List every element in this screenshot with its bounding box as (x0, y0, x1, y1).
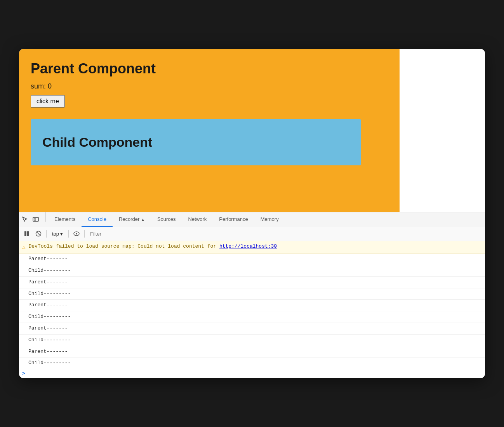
viewport: Parent Component sum: 0 click me Child C… (19, 49, 485, 212)
devtools-tab-bar: Elements Console Recorder ▲ Sources Netw… (19, 212, 485, 227)
log-line-1: Child--------- (19, 265, 485, 277)
log-line-5: Child--------- (19, 311, 485, 323)
chevron-down-icon: ▾ (60, 231, 63, 237)
tab-divider (45, 212, 46, 222)
console-output: ⚠ DevTools failed to load source map: Co… (19, 241, 485, 378)
child-component-title: Child Component (42, 135, 349, 150)
log-line-6: Parent------- (19, 323, 485, 335)
log-line-4: Parent------- (19, 300, 485, 311)
child-component: Child Component (31, 119, 361, 165)
svg-point-7 (76, 233, 77, 234)
log-line-3: Child--------- (19, 288, 485, 300)
context-selector[interactable]: top ▾ (50, 230, 65, 238)
inspect-icon[interactable] (21, 215, 29, 224)
recorder-triangle-icon: ▲ (141, 217, 145, 222)
console-divider-2 (68, 230, 69, 238)
warning-row: ⚠ DevTools failed to load source map: Co… (19, 241, 485, 253)
console-divider-1 (46, 230, 47, 238)
svg-line-5 (36, 232, 40, 236)
console-toolbar: top ▾ (19, 227, 485, 241)
sidebar-right (400, 49, 485, 212)
warning-link[interactable]: http://localhost:30 (219, 243, 277, 249)
sum-label: sum: 0 (31, 82, 388, 90)
svg-rect-3 (27, 231, 29, 236)
devtools-toolbar-icons (21, 212, 40, 227)
filter-input[interactable] (88, 230, 482, 238)
eye-icon[interactable] (72, 229, 81, 238)
browser-window: Parent Component sum: 0 click me Child C… (19, 49, 485, 378)
devtools-panel: Elements Console Recorder ▲ Sources Netw… (19, 212, 485, 378)
click-me-button[interactable]: click me (31, 95, 65, 108)
tab-recorder[interactable]: Recorder ▲ (113, 212, 151, 227)
tab-console[interactable]: Console (82, 212, 113, 227)
tab-network[interactable]: Network (182, 212, 213, 227)
log-line-9: Child--------- (19, 358, 485, 369)
warning-text: DevTools failed to load source map: Coul… (28, 243, 277, 251)
warning-icon: ⚠ (22, 243, 25, 252)
page-content: Parent Component sum: 0 click me Child C… (19, 49, 400, 212)
log-line-2: Parent------- (19, 277, 485, 288)
log-line-8: Parent------- (19, 346, 485, 358)
context-label: top (52, 231, 59, 237)
block-button[interactable] (34, 229, 43, 238)
log-line-7: Child--------- (19, 335, 485, 346)
svg-rect-2 (24, 231, 26, 236)
log-line-0: Parent------- (19, 253, 485, 265)
play-button[interactable] (22, 229, 31, 238)
tab-memory[interactable]: Memory (254, 212, 285, 227)
device-toggle-icon[interactable] (31, 215, 40, 224)
tab-performance[interactable]: Performance (213, 212, 254, 227)
console-divider-3 (84, 230, 85, 238)
console-prompt[interactable]: > (19, 369, 485, 378)
tab-sources[interactable]: Sources (151, 212, 182, 227)
parent-component-title: Parent Component (31, 61, 388, 77)
tab-elements[interactable]: Elements (48, 212, 82, 227)
prompt-chevron: > (22, 371, 25, 377)
svg-rect-1 (34, 219, 36, 220)
